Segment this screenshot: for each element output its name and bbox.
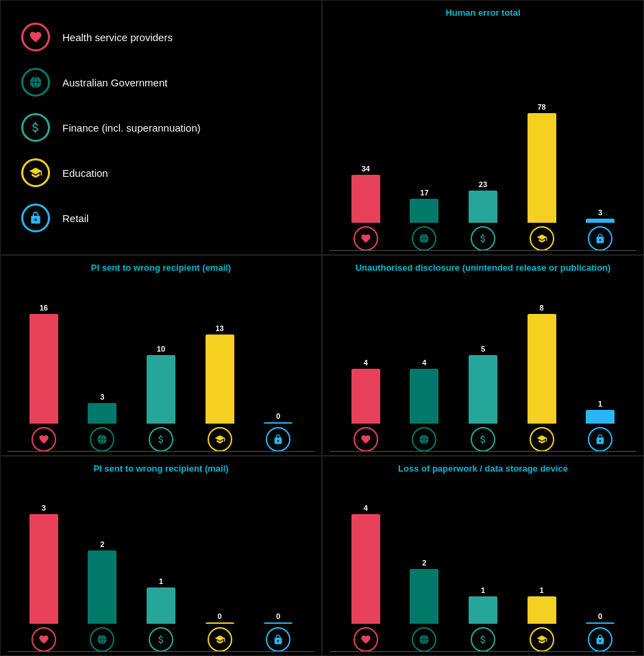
bar-edu — [528, 113, 556, 223]
govt-bar-icon — [90, 427, 114, 452]
govt-bar-icon — [412, 226, 436, 251]
bar-edu — [528, 596, 556, 624]
bar-govt — [410, 569, 438, 624]
bar-group-govt: 17 — [410, 189, 438, 251]
bar-health — [351, 514, 380, 624]
health-bar-icon — [32, 627, 56, 652]
chart-cell-4: Loss of paperwork / data storage device4… — [322, 456, 644, 657]
main-grid: Health service providers Australian Gove… — [0, 0, 644, 656]
bar-group-health: 4 — [351, 504, 380, 652]
bar-value-govt: 2 — [422, 559, 426, 567]
legend-label-finance: Finance (incl. superannuation) — [62, 122, 201, 134]
retail-bar-icon — [588, 226, 612, 251]
bar-retail — [264, 422, 293, 424]
bar-value-edu: 0 — [218, 612, 222, 620]
bar-retail — [586, 622, 615, 624]
bar-group-finance: 23 — [469, 180, 497, 251]
bar-govt — [410, 199, 438, 223]
edu-bar-icon — [208, 627, 232, 652]
legend-label-retail: Retail — [62, 212, 88, 224]
health-bar-icon — [354, 226, 378, 251]
bar-group-edu: 78 — [528, 103, 556, 251]
chart-cell-3: PI sent to wrong recipient (mail)32100 — [0, 456, 322, 657]
bar-value-govt: 2 — [100, 540, 104, 548]
edu-bar-icon — [530, 226, 554, 251]
legend-label-edu: Education — [62, 167, 108, 179]
edu-bar-icon — [208, 427, 232, 452]
human-error-total-bar-area: 341723783 — [330, 23, 636, 251]
pi-wrong-recipient-mail-title: PI sent to wrong recipient (mail) — [8, 463, 314, 475]
bar-value-health: 34 — [362, 165, 370, 173]
bar-edu — [206, 622, 234, 624]
finance-bar-icon — [149, 627, 173, 652]
legend-item-retail: Retail — [21, 204, 301, 232]
bar-health — [351, 175, 380, 223]
bar-group-edu: 0 — [206, 612, 234, 652]
unauthorised-disclosure-axis — [330, 451, 636, 452]
loss-paperwork-axis — [330, 651, 636, 652]
bar-value-finance: 5 — [481, 345, 485, 353]
chart-cell-1: PI sent to wrong recipient (email)163101… — [0, 255, 322, 456]
legend-cell: Health service providers Australian Gove… — [0, 0, 322, 255]
bar-govt — [410, 369, 438, 424]
edu-bar-icon — [530, 627, 554, 652]
bar-group-govt: 2 — [88, 540, 116, 652]
bar-value-health: 3 — [42, 504, 46, 512]
pi-wrong-recipient-mail-axis — [8, 651, 314, 652]
bar-value-govt: 3 — [100, 393, 104, 401]
retail-bar-icon — [588, 427, 612, 452]
bar-value-health: 16 — [40, 304, 48, 312]
finance-bar-icon — [149, 427, 173, 452]
bar-group-finance: 10 — [147, 345, 175, 452]
retail-bar-icon — [588, 627, 612, 652]
bar-group-retail: 0 — [264, 412, 293, 452]
bar-group-health: 3 — [29, 504, 58, 652]
health-bar-icon — [354, 627, 378, 652]
bar-group-edu: 13 — [206, 324, 234, 452]
health-bar-icon — [32, 427, 56, 452]
bar-value-health: 4 — [364, 359, 368, 367]
legend-item-edu: Education — [21, 158, 301, 187]
bar-finance — [147, 587, 175, 624]
human-error-total-axis — [330, 250, 636, 251]
edu-icon — [21, 158, 50, 187]
bar-group-edu: 8 — [528, 304, 556, 452]
bar-group-finance: 1 — [469, 586, 497, 652]
edu-bar-icon — [530, 427, 554, 452]
bar-govt — [88, 403, 116, 424]
bar-group-retail: 1 — [586, 400, 615, 452]
retail-icon — [21, 204, 50, 232]
human-error-total-title: Human error total — [330, 8, 636, 19]
bar-group-govt: 2 — [410, 559, 438, 652]
bar-group-govt: 4 — [410, 359, 438, 452]
legend-label-govt: Australian Government — [62, 77, 167, 88]
bar-value-edu: 8 — [540, 304, 544, 312]
bar-value-retail: 1 — [598, 400, 602, 408]
bar-group-retail: 3 — [586, 208, 615, 251]
chart-cell-2: Unauthorised disclosure (unintended rele… — [322, 255, 644, 456]
bar-group-retail: 0 — [586, 612, 615, 652]
bar-health — [351, 369, 380, 424]
finance-bar-icon — [471, 627, 495, 652]
bar-retail — [586, 219, 615, 223]
bar-govt — [88, 550, 116, 624]
unauthorised-disclosure-bar-area: 44581 — [330, 278, 636, 452]
bar-value-retail: 0 — [276, 412, 280, 420]
bar-group-finance: 1 — [147, 577, 175, 652]
bar-group-govt: 3 — [88, 393, 116, 452]
bar-edu — [206, 335, 234, 424]
bar-value-finance: 23 — [479, 180, 487, 189]
chart-cell-0: Human error total341723783 — [322, 0, 644, 255]
bar-value-retail: 0 — [598, 612, 602, 620]
bar-group-health: 4 — [351, 359, 380, 452]
legend-item-health: Health service providers — [21, 23, 301, 51]
bar-value-health: 4 — [364, 504, 368, 512]
legend-item-govt: Australian Government — [21, 68, 301, 97]
bar-edu — [528, 314, 556, 424]
bar-group-retail: 0 — [264, 612, 293, 652]
bar-group-edu: 1 — [528, 586, 556, 652]
bar-value-retail: 3 — [598, 208, 602, 217]
pi-wrong-recipient-email-axis — [8, 451, 314, 452]
loss-paperwork-title: Loss of paperwork / data storage device — [330, 463, 636, 475]
bar-group-health: 34 — [351, 165, 380, 251]
